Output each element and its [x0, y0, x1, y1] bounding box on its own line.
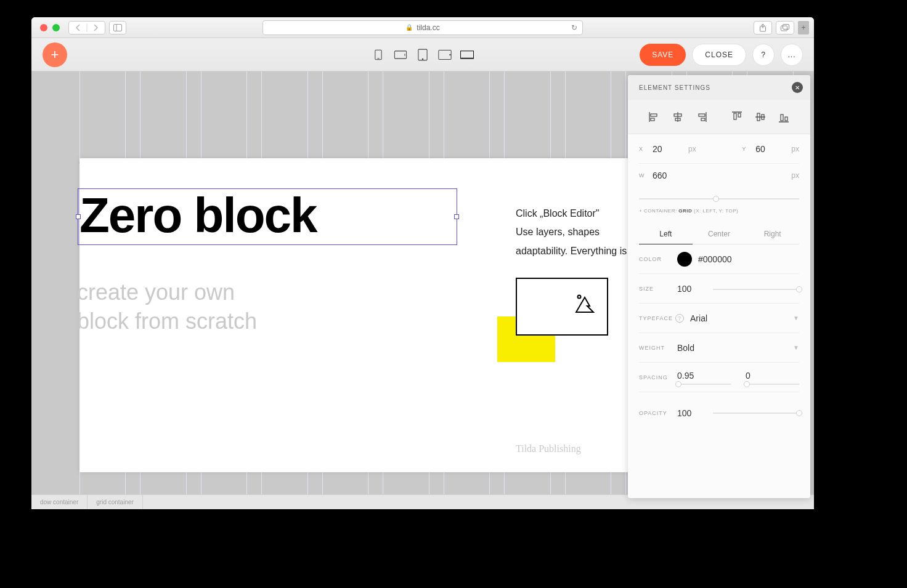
spacing-input-1[interactable]	[677, 371, 707, 381]
color-input[interactable]	[698, 254, 747, 264]
svg-rect-12	[439, 50, 451, 59]
color-row: COLOR	[639, 244, 799, 274]
breakpoint-tabs: Left Center Right	[639, 224, 799, 244]
svg-point-16	[578, 296, 581, 299]
subheading-line-2: block from scratch	[77, 308, 257, 334]
device-mobile-landscape-icon[interactable]	[394, 48, 407, 62]
opacity-slider[interactable]	[713, 413, 799, 414]
opacity-input[interactable]	[677, 408, 707, 418]
help-button[interactable]: ?	[752, 44, 775, 66]
browser-window: 🔒 tilda.cc ↻ + + SAVE CLOSE ? ...	[31, 17, 814, 509]
y-input[interactable]	[755, 144, 785, 154]
resize-handle-left[interactable]	[76, 214, 81, 219]
subheading-text[interactable]: create your own block from scratch	[77, 278, 257, 336]
device-desktop-icon[interactable]	[460, 48, 474, 62]
address-bar[interactable]: 🔒 tilda.cc ↻	[262, 20, 583, 35]
container-meta: + CONTAINER: GRID (X: LEFT, Y: TOP)	[639, 199, 799, 221]
y-unit: px	[791, 145, 799, 153]
color-label: COLOR	[639, 256, 671, 262]
spacing-label: SPACING	[639, 374, 671, 381]
x-input[interactable]	[653, 144, 682, 154]
tabs-icon[interactable]	[776, 21, 794, 34]
weight-label: WEIGHT	[639, 345, 671, 351]
zoom-window-icon[interactable]	[52, 24, 60, 31]
panel-title: ELEMENT SETTINGS	[639, 84, 710, 91]
size-slider[interactable]	[713, 289, 799, 290]
paragraph-line-2: Use layers, shapes	[516, 227, 600, 237]
weight-row: WEIGHT Bold▼	[639, 333, 799, 363]
tab-left[interactable]: Left	[639, 224, 693, 244]
w-label: W	[639, 172, 646, 179]
lock-icon: 🔒	[405, 24, 413, 31]
align-center-h-icon[interactable]	[672, 111, 684, 123]
status-item-grid[interactable]: grid container	[87, 495, 143, 509]
spacing-input-2[interactable]	[746, 371, 775, 381]
x-unit: px	[688, 145, 696, 153]
tab-center[interactable]: Center	[693, 224, 746, 244]
w-input[interactable]	[653, 171, 682, 180]
spacing-slider-1[interactable]	[677, 384, 731, 385]
color-swatch[interactable]	[677, 252, 692, 267]
w-unit: px	[791, 171, 799, 180]
typeface-select[interactable]: Arial▼	[690, 313, 799, 323]
new-tab-button[interactable]: +	[798, 21, 809, 34]
browser-chrome: 🔒 tilda.cc ↻ +	[31, 17, 814, 38]
credit-text[interactable]: Tilda Publishing	[516, 443, 581, 454]
panel-close-button[interactable]: ✕	[792, 82, 803, 93]
align-top-icon[interactable]	[731, 111, 743, 123]
svg-rect-5	[783, 24, 789, 29]
svg-point-13	[450, 54, 450, 55]
align-left-icon[interactable]	[648, 111, 661, 123]
device-tablet-landscape-icon[interactable]	[438, 48, 452, 62]
selection-box[interactable]	[78, 188, 457, 245]
image-placeholder[interactable]	[516, 278, 608, 336]
device-tablet-portrait-icon[interactable]	[416, 48, 429, 62]
svg-rect-1	[114, 24, 122, 31]
close-button[interactable]: CLOSE	[692, 44, 746, 66]
align-right-icon[interactable]	[695, 111, 707, 123]
help-icon[interactable]: ?	[675, 314, 684, 323]
share-icon[interactable]	[754, 21, 772, 34]
back-forward-group[interactable]	[68, 21, 105, 34]
close-window-icon[interactable]	[40, 24, 47, 31]
resize-handle-right[interactable]	[454, 214, 459, 219]
window-controls	[40, 24, 60, 31]
paragraph-line-1: Click „Block Editor"	[516, 208, 599, 219]
svg-rect-25	[701, 118, 705, 121]
save-button[interactable]: SAVE	[640, 44, 686, 66]
subheading-line-1: create your own	[77, 280, 235, 305]
svg-rect-28	[738, 113, 741, 117]
position-xy-row: X px Y px	[639, 134, 799, 164]
status-item-window[interactable]: dow container	[31, 495, 87, 509]
svg-rect-34	[785, 117, 787, 121]
panel-body: X px Y px W px + CONTAINER: GRID (X: LEF…	[628, 134, 810, 498]
svg-rect-33	[781, 115, 783, 121]
element-settings-panel: ELEMENT SETTINGS ✕ X px Y	[628, 75, 810, 498]
spacing-slider-2[interactable]	[746, 384, 799, 385]
width-row: W px	[639, 164, 799, 187]
width-slider[interactable]	[639, 198, 799, 199]
app-toolbar: + SAVE CLOSE ? ...	[31, 38, 814, 71]
tab-right[interactable]: Right	[746, 224, 799, 244]
align-bottom-icon[interactable]	[778, 111, 790, 123]
svg-rect-6	[375, 50, 381, 59]
svg-rect-19	[651, 118, 654, 121]
device-mobile-portrait-icon[interactable]	[372, 48, 385, 62]
alignment-controls	[628, 100, 810, 134]
reload-icon[interactable]: ↻	[571, 23, 577, 32]
svg-rect-27	[734, 113, 736, 119]
add-block-button[interactable]: +	[43, 42, 67, 67]
more-button[interactable]: ...	[781, 44, 803, 66]
align-center-v-icon[interactable]	[754, 111, 767, 123]
svg-rect-18	[651, 114, 657, 116]
typeface-row: TYPEFACE? Arial▼	[639, 304, 799, 333]
device-switcher	[372, 48, 474, 62]
svg-rect-4	[781, 26, 787, 31]
size-input[interactable]	[677, 284, 707, 294]
url-text: tilda.cc	[417, 23, 439, 32]
size-row: SIZE	[639, 274, 799, 304]
chevron-down-icon: ▼	[793, 315, 799, 321]
opacity-row: OPACITY	[639, 398, 799, 428]
weight-select[interactable]: Bold▼	[677, 343, 799, 353]
sidebar-toggle-icon[interactable]	[109, 21, 126, 34]
